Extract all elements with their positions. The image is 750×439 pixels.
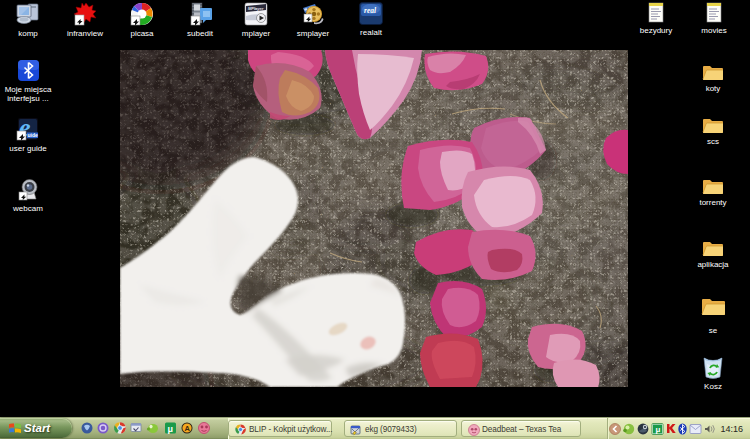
svg-text:μ: μ	[655, 425, 660, 434]
svg-text:real: real	[364, 6, 377, 15]
svg-text:uide: uide	[28, 132, 38, 138]
svg-text:MPlayer: MPlayer	[248, 6, 264, 11]
svg-text:μ: μ	[168, 424, 174, 434]
svg-text:A: A	[184, 424, 190, 433]
